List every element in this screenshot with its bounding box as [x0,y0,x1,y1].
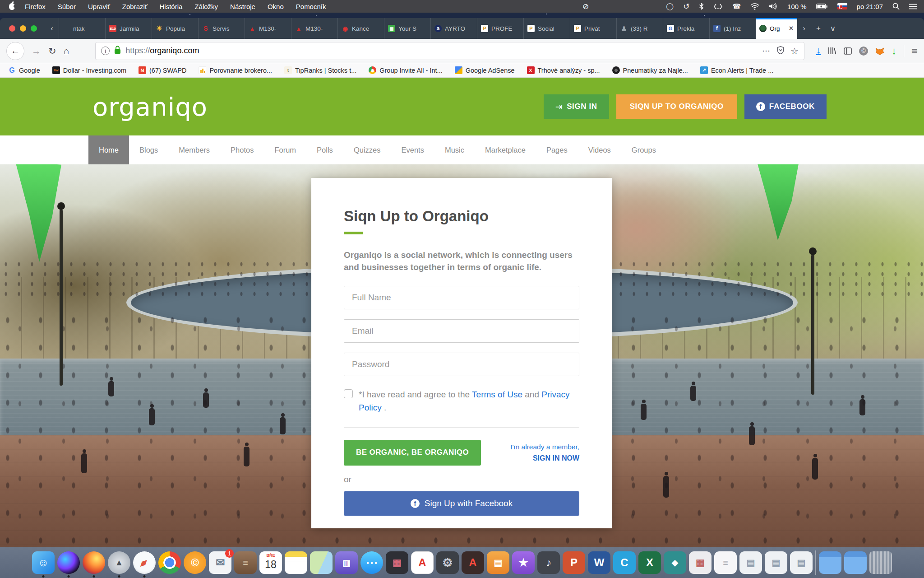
bookmark-group-invite[interactable]: ◉ Group Invite All - Int... [369,66,442,74]
tab-close-icon[interactable]: × [789,25,793,32]
nav-item[interactable]: Music [434,135,475,164]
dock-c-app[interactable]: C [613,551,636,574]
bookmark-adsense[interactable]: Google AdSense [455,66,515,74]
dock-contacts[interactable]: ≡ [234,551,257,574]
nav-item[interactable]: Blogs [129,135,168,164]
tab-popular[interactable]: ☀ Popula [152,18,198,39]
pocket-icon[interactable] [777,46,784,56]
https-lock-icon[interactable] [114,46,121,56]
menubar-item[interactable]: História [160,3,183,10]
facebook-signup-button[interactable]: f Sign Up with Facebook [344,491,579,516]
dock-star-app[interactable]: ★ [512,551,535,574]
dock-cryptocompare[interactable]: © [184,551,206,574]
nav-item[interactable]: Events [391,135,434,164]
site-info-icon[interactable]: i [101,47,110,55]
minimize-window-button[interactable] [20,25,26,32]
nav-item[interactable]: Home [88,135,129,164]
nav-item[interactable]: Members [168,135,220,164]
slovak-flag-icon[interactable] [837,3,847,9]
sidebar-toggle-icon[interactable] [844,47,852,55]
dock-firefox[interactable] [83,551,105,574]
dock-word[interactable]: W [588,551,610,574]
tab-profe[interactable]: P PROFE [477,18,523,39]
url-text[interactable]: https://organiqo.com [125,46,199,56]
forward-button[interactable]: → [32,46,41,56]
dock-notebooks[interactable]: ▥ [335,551,358,574]
dock-mail[interactable]: ✉ 1 [209,551,231,574]
notification-center-icon[interactable] [909,4,917,9]
menubar-item[interactable]: Zobraziť [122,3,148,10]
password-field[interactable] [344,353,579,376]
bookmark-tipranks[interactable]: t TipRanks | Stocks t... [284,66,356,74]
wifi-icon[interactable] [750,3,759,10]
dock-chrome[interactable] [158,551,181,574]
scroll-tabs-left-icon[interactable]: ‹ [45,18,59,39]
tab-kontakt[interactable]: ntak [59,18,105,39]
facebook-header-button[interactable]: f FACEBOOK [744,94,827,119]
dock-adobe-reader[interactable]: A [462,551,484,574]
home-button[interactable]: ⌂ [64,46,69,56]
menubar-item[interactable]: Záložky [194,3,218,10]
bookmark-pneumatiky[interactable]: Pneumatiky za Najle... [612,66,688,74]
full-name-field[interactable] [344,286,579,309]
bookmark-trhove-analyzy[interactable]: X Trhové analýzy - sp... [527,66,600,74]
phone-icon[interactable]: ☎ [732,2,741,10]
dock-calendar[interactable]: BŘE 18 [259,551,282,574]
nav-item[interactable]: Marketplace [475,135,536,164]
sign-up-button[interactable]: SIQN UP TO ORGANIQO [616,94,737,119]
dock-acrobat[interactable]: A [411,551,434,574]
dock-separator[interactable] [815,550,816,575]
dock-messages[interactable]: ⋯ [360,551,383,574]
tab-preklad[interactable]: G Prekla [663,18,709,39]
tab-jarmila[interactable]: E15 Jarmila [105,18,152,39]
volume-icon[interactable] [769,3,778,9]
nav-item[interactable]: Photos [220,135,264,164]
nav-item[interactable]: Pages [536,135,578,164]
tab-ayrto[interactable]: a AYRTO [430,18,477,39]
bluetooth-icon[interactable] [699,3,704,10]
menubar-item[interactable]: Okno [268,3,284,10]
bookmark-investing[interactable]: Inv Dollar - Investing.com [52,66,126,74]
nav-item[interactable]: Quizzes [343,135,391,164]
zoom-window-button[interactable] [31,25,37,32]
spotlight-search-icon[interactable] [892,3,900,10]
time-machine-icon[interactable]: ↺ [683,2,689,11]
page-actions-icon[interactable]: ⋯ [762,46,771,56]
dock-siri[interactable] [57,551,80,574]
ghostery-extension-icon[interactable]: © [859,47,868,56]
dock-folder[interactable] [819,551,841,574]
dock-garageband[interactable]: ♪ [537,551,560,574]
reload-button[interactable]: ↻ [48,46,56,56]
bookmark-google[interactable]: G Google [8,66,40,74]
sign-in-now-link[interactable]: SIGN IN NOW [510,454,579,462]
menubar-item[interactable]: Pomocník [296,3,326,10]
bookmark-star-icon[interactable]: ☆ [790,46,799,56]
tab-privat[interactable]: P Privát [570,18,616,39]
nav-item[interactable]: Groups [621,135,666,164]
dock-image-viewer[interactable]: ▦ [689,551,711,574]
dock-photo-booth[interactable]: ▦ [386,551,408,574]
dock-powerpoint[interactable]: P [563,551,585,574]
nav-item[interactable]: Polls [306,135,343,164]
dock-notes[interactable] [285,551,307,574]
tab-organiqo[interactable]: Org × [756,18,797,39]
dock-documents-stack[interactable]: ▤ [765,551,787,574]
status-circle-icon[interactable]: ◯ [666,2,674,10]
tab-m130-2[interactable]: ▲ M130- [291,18,337,39]
tab-social[interactable]: P Social [523,18,570,39]
battery-icon[interactable] [816,4,828,9]
dock-text-app[interactable]: ≡ [714,551,737,574]
input-source-icon[interactable] [713,4,723,9]
bookmark-econ-alerts[interactable]: ↗ Econ Alerts | Trade ... [700,66,773,74]
tab-1-inz[interactable]: f (1) Inz [709,18,756,39]
scroll-tabs-right-icon[interactable]: › [797,24,811,33]
menubar-item[interactable]: Firefox [25,3,46,10]
tab-your-s[interactable]: ▦ Your S [384,18,430,39]
dock-trash[interactable] [869,551,892,574]
menubar-item[interactable]: Upraviť [88,3,110,10]
metamask-fox-icon[interactable] [875,47,884,55]
url-bar[interactable]: i https://organiqo.com ⋯ ☆ [95,42,804,60]
do-not-disturb-icon[interactable]: ⊘ [582,2,589,11]
tab-m130-1[interactable]: ▲ M130- [245,18,291,39]
be-organic-submit-button[interactable]: BE ORGANIC, BE ORGANIQO [344,440,481,466]
